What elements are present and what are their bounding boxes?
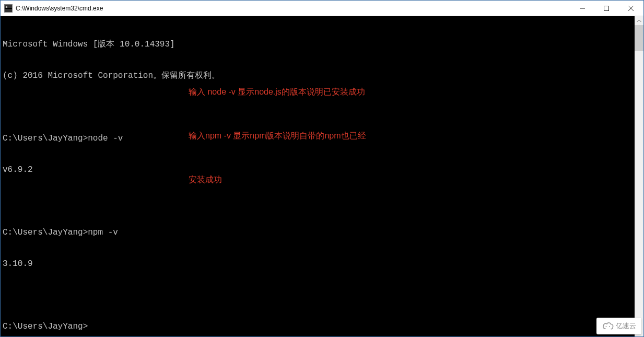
- chevron-up-icon: [637, 19, 641, 22]
- window-title: C:\Windows\system32\cmd.exe: [16, 4, 103, 12]
- minimize-icon: [580, 6, 585, 11]
- svg-point-1: [605, 326, 606, 327]
- terminal-line: C:\Users\JayYang>npm -v: [3, 227, 643, 238]
- annotation-line: 安装成功: [189, 172, 366, 187]
- watermark-badge: 亿速云: [596, 318, 641, 334]
- maximize-icon: [604, 6, 609, 11]
- titlebar[interactable]: C:\Windows\system32\cmd.exe: [1, 1, 643, 16]
- watermark-text: 亿速云: [616, 321, 636, 331]
- annotation-overlay: 输入 node -v 显示node.js的版本说明已安装成功 输入npm -v …: [189, 55, 366, 216]
- window-controls: [570, 1, 643, 16]
- svg-rect-0: [604, 6, 609, 10]
- minimize-button[interactable]: [570, 1, 594, 16]
- cmd-window: C:\Windows\system32\cmd.exe Microsoft Wi…: [0, 0, 644, 337]
- scroll-thumb[interactable]: [635, 25, 643, 51]
- terminal-line: 3.10.9: [3, 259, 643, 269]
- vertical-scrollbar[interactable]: [635, 16, 643, 336]
- terminal-area[interactable]: Microsoft Windows [版本 10.0.14393] (c) 20…: [1, 16, 643, 336]
- terminal-line: Microsoft Windows [版本 10.0.14393]: [3, 39, 643, 50]
- close-icon: [628, 6, 634, 11]
- cloud-icon: [602, 321, 614, 331]
- scroll-track[interactable]: [635, 25, 643, 328]
- close-button[interactable]: [618, 1, 643, 16]
- annotation-line: 输入npm -v 显示npm版本说明自带的npm也已经: [189, 129, 366, 143]
- scroll-up-button[interactable]: [635, 16, 643, 25]
- annotation-line: 输入 node -v 显示node.js的版本说明已安装成功: [189, 85, 366, 99]
- maximize-button[interactable]: [594, 1, 618, 16]
- cmd-icon: [4, 4, 13, 13]
- terminal-line: C:\Users\JayYang>: [3, 321, 643, 332]
- svg-point-2: [609, 326, 610, 327]
- terminal-line: [3, 290, 643, 300]
